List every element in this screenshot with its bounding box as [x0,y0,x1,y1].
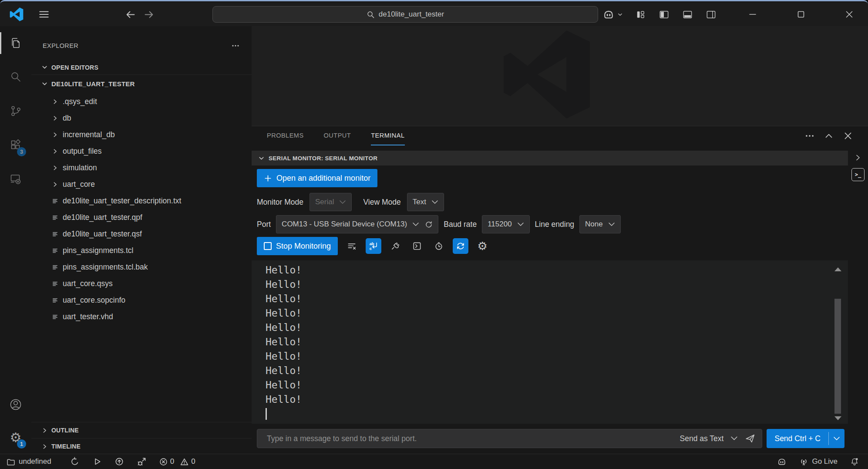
baud-rate-select[interactable]: 115200 [482,215,529,233]
send-button[interactable]: Send Ctrl + C [767,429,844,448]
panel-tab-terminal[interactable]: TERMINAL [371,126,404,145]
mode-row: Monitor Mode Serial View Mode Text [257,192,848,212]
tree-item[interactable]: incremental_db [31,126,252,143]
chevron-down-icon[interactable] [730,436,738,441]
outline-section[interactable]: OUTLINE [31,422,252,438]
chevron-right-icon[interactable] [854,153,862,162]
tree-item[interactable]: pins_assignments.tcl.bak [31,259,252,275]
chevron-right-icon [51,115,59,122]
copilot-menu[interactable] [602,8,623,21]
settings-button[interactable]: ⚙ [474,238,490,254]
command-center-search[interactable]: de10lite_uart_tester [212,6,598,23]
warning-count: 0 [191,457,195,466]
activity-extensions[interactable]: 3 [0,128,31,162]
line-ending-select[interactable]: None [579,215,621,233]
scroll-up-arrow[interactable] [834,267,841,271]
terminal-box-button[interactable] [409,238,425,254]
scrollbar-thumb[interactable] [834,299,841,414]
tree-item[interactable]: de10lite_uart_tester_description.txt [31,192,252,209]
debug-icon[interactable] [137,457,147,467]
scroll-down-arrow[interactable] [834,416,841,420]
tree-item[interactable]: uart_core.sopcinfo [31,292,252,308]
refresh-ports-icon[interactable] [424,220,433,229]
tree-item[interactable]: simulation [31,159,252,176]
activity-explorer[interactable] [0,26,31,60]
send-plane-icon[interactable] [745,433,755,444]
more-actions-icon[interactable] [804,131,815,141]
tree-item[interactable]: .qsys_edit [31,93,252,110]
bell-icon[interactable] [850,457,859,466]
workspace-section[interactable]: DE10LITE_UART_TESTER [31,75,252,92]
timestamp-button[interactable] [431,238,447,254]
open-additional-label: Open an additional monitor [276,174,370,183]
stop-monitoring-button[interactable]: Stop Monitoring [257,237,338,255]
open-additional-monitor-button[interactable]: Open an additional monitor [257,169,377,187]
toggle-sidebar-icon[interactable] [658,9,670,20]
monitor-mode-select[interactable]: Serial [310,193,352,211]
activity-account[interactable] [0,388,31,421]
tree-item[interactable]: uart_core [31,176,252,192]
clear-output-button[interactable] [344,238,360,254]
baud-rate-value: 115200 [488,220,511,229]
tree-item[interactable]: uart_core.qsys [31,275,252,292]
activity-source-control[interactable] [0,94,31,128]
maximize-button[interactable] [795,6,807,23]
panel-tab-problems[interactable]: PROBLEMS [267,126,304,145]
play-icon[interactable] [92,457,102,466]
customize-layout-icon[interactable] [635,9,646,20]
open-editors-section[interactable]: OPEN EDITORS [31,60,252,75]
tree-item[interactable]: output_files [31,143,252,159]
tree-item[interactable]: de10lite_uart_tester.qsf [31,226,252,242]
toggle-secondary-sidebar-icon[interactable] [705,9,717,20]
restart-icon[interactable] [70,457,80,466]
menu-hamburger-icon[interactable] [38,9,50,20]
copilot-icon[interactable] [777,456,787,467]
plug-button[interactable] [387,238,403,254]
activity-remote-explorer[interactable] [0,162,31,196]
terminal-output[interactable]: Hello!Hello!Hello!Hello!Hello!Hello!Hell… [252,260,848,424]
send-as-label[interactable]: Send as Text [680,434,724,443]
panel-tab-bar: PROBLEMSOUTPUTTERMINAL [252,126,868,145]
search-value: de10lite_uart_tester [379,10,444,19]
terminal-line: Hello! [266,335,824,349]
close-icon[interactable] [843,131,853,141]
project-status[interactable]: undefined [6,457,51,466]
more-actions-icon[interactable] [231,41,240,51]
minimize-button[interactable] [747,6,758,23]
panel-right-rail: >_ [848,145,868,454]
auto-reconnect-button[interactable] [453,238,468,254]
port-row: Port COM13 - USB Serial Device (COM13) B… [257,215,848,233]
chevron-down-icon [517,222,524,227]
go-live-button[interactable]: Go Live [799,457,838,466]
serial-monitor-header[interactable]: SERIAL MONITOR: SERIAL MONITOR [252,151,848,165]
timeline-section[interactable]: TIMELINE [31,438,252,454]
upload-circle-icon[interactable] [114,457,124,466]
terminal-scrollbar[interactable] [832,264,844,421]
chevron-right-icon [51,131,59,138]
activity-settings[interactable]: ⚙ 1 [0,421,31,454]
folder-icon [6,457,15,466]
chevron-down-icon [41,80,48,88]
tree-item-label: uart_core [63,180,95,189]
panel-tab-output[interactable]: OUTPUT [324,126,351,145]
toggle-panel-icon[interactable] [682,9,693,20]
tree-item[interactable]: uart_tester.vhd [31,308,252,325]
tree-item-label: .qsys_edit [63,97,97,106]
send-dropdown[interactable] [829,429,844,448]
port-select[interactable]: COM13 - USB Serial Device (COM13) [276,215,438,233]
close-button[interactable] [844,6,855,23]
view-mode-label: View Mode [363,198,400,207]
port-value: COM13 - USB Serial Device (COM13) [282,220,407,229]
forward-arrow-icon[interactable] [143,9,155,20]
problems-status[interactable]: 0 0 [159,457,195,466]
back-arrow-icon[interactable] [124,9,136,20]
serial-monitor-tab-icon[interactable]: >_ [851,168,865,181]
tree-item[interactable]: db [31,110,252,126]
view-mode-select[interactable]: Text [407,193,444,211]
line-ending-display-button[interactable]: ab c [366,238,381,254]
tree-item[interactable]: de10lite_uart_tester.qpf [31,209,252,226]
activity-search[interactable] [0,60,31,94]
chevron-up-icon[interactable] [824,131,834,141]
outline-label: OUTLINE [51,427,79,434]
tree-item[interactable]: pins_assignments.tcl [31,242,252,259]
